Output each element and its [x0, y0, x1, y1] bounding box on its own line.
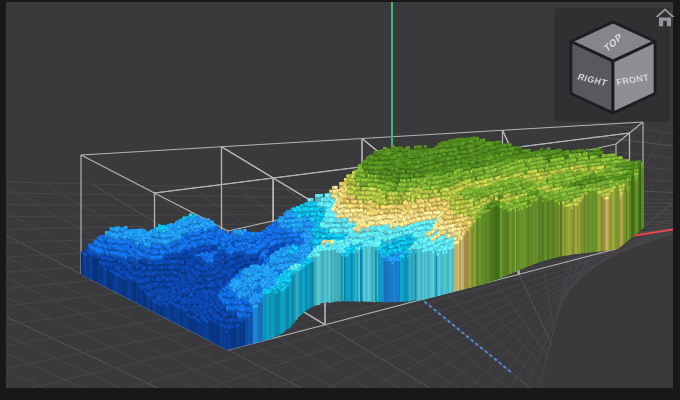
app-window: TOP RIGHT FRONT: [0, 0, 680, 400]
home-icon[interactable]: [653, 5, 677, 29]
view-cube[interactable]: TOP RIGHT FRONT: [564, 18, 662, 116]
